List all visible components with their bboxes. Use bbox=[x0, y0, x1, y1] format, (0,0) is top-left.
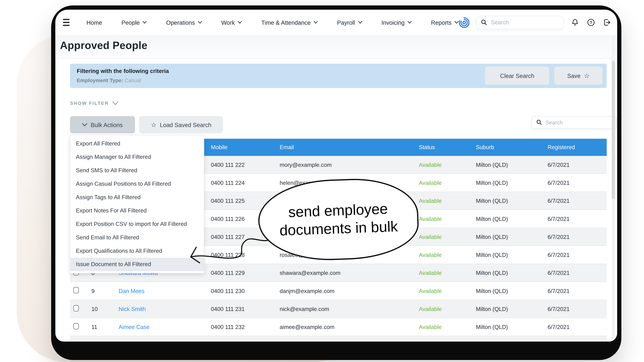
top-navbar: Home People bbox=[55, 10, 617, 36]
row-checkbox[interactable] bbox=[74, 323, 79, 329]
registered-cell: 6/7/2021 bbox=[544, 270, 607, 276]
mobile-cell: 0400 111 224 bbox=[208, 180, 276, 186]
nav-item-label: Work bbox=[221, 19, 235, 26]
nav-item[interactable]: Home bbox=[86, 19, 102, 26]
clear-search-button[interactable]: Clear Search bbox=[485, 67, 549, 85]
email-cell: mory@example.com bbox=[276, 162, 416, 168]
content-card: Filtering with the following criteria Em… bbox=[56, 59, 616, 342]
mobile-cell: 0400 111 230 bbox=[208, 288, 276, 294]
row-checkbox[interactable] bbox=[74, 287, 79, 294]
nav-item-label: Time & Attendance bbox=[261, 19, 311, 26]
nav-item[interactable]: Payroll bbox=[337, 19, 362, 26]
header-status: Status bbox=[416, 144, 472, 150]
bulk-menu-item[interactable]: Send SMS to All Filtered bbox=[70, 164, 204, 177]
bulk-menu-item[interactable]: Send Email to All Filtered bbox=[70, 231, 204, 244]
scrollbar-thumb[interactable] bbox=[612, 61, 615, 199]
suburb-cell: Milton (QLD) bbox=[472, 270, 544, 276]
bulk-menu-item[interactable]: Assign Manager to All Filtered bbox=[70, 150, 204, 164]
person-name-link[interactable]: Nick Smith bbox=[118, 306, 146, 312]
criteria-value: Casual bbox=[124, 77, 141, 83]
nav-item[interactable]: Time & Attendance bbox=[261, 19, 318, 26]
chevron-down-icon bbox=[358, 21, 362, 24]
notifications-bell-icon[interactable] bbox=[570, 18, 579, 27]
bulk-menu-item[interactable]: Export Notes For All Filtered bbox=[70, 204, 204, 218]
email-cell: danjm@example.com bbox=[276, 288, 416, 294]
global-search-input[interactable] bbox=[491, 19, 550, 25]
bulk-menu-item[interactable]: Assign Casual Positions to All Filtered bbox=[70, 177, 204, 191]
registered-cell: 6/7/2021 bbox=[544, 234, 607, 240]
scrollbar-track[interactable] bbox=[612, 36, 615, 338]
mobile-cell: 0400 111 231 bbox=[208, 306, 276, 312]
registered-cell: 6/7/2021 bbox=[544, 252, 607, 258]
status-badge: Available bbox=[416, 252, 472, 258]
suburb-cell: Milton (QLD) bbox=[472, 198, 544, 204]
status-badge: Available bbox=[416, 234, 472, 240]
logout-icon[interactable] bbox=[602, 18, 611, 27]
nav-item[interactable]: People bbox=[122, 19, 147, 26]
suburb-cell: Milton (QLD) bbox=[472, 162, 544, 168]
nav-item-label: Payroll bbox=[337, 19, 355, 26]
bulk-menu-item[interactable]: Assign Tags to All Filtered bbox=[70, 191, 204, 204]
registered-cell: 6/7/2021 bbox=[544, 216, 607, 222]
suburb-cell: Milton (QLD) bbox=[472, 252, 544, 258]
help-icon[interactable]: ? bbox=[586, 18, 595, 27]
status-badge: Available bbox=[416, 288, 472, 294]
table-row: 10 Nick Smith 0400 111 231 nick@example.… bbox=[70, 300, 607, 318]
chevron-down-icon bbox=[142, 21, 147, 24]
status-badge: Available bbox=[416, 180, 472, 186]
status-badge: Available bbox=[416, 198, 472, 204]
nav-item-label: Home bbox=[86, 19, 102, 26]
row-checkbox[interactable] bbox=[74, 305, 79, 312]
registered-cell: 6/7/2021 bbox=[544, 324, 607, 330]
person-name-link[interactable]: Aimee Case bbox=[118, 324, 150, 330]
suburb-cell: Milton (QLD) bbox=[472, 324, 544, 330]
save-search-button[interactable]: Save ☆ bbox=[554, 67, 602, 85]
hamburger-menu-icon[interactable] bbox=[63, 19, 70, 26]
nav-item-label: People bbox=[122, 19, 140, 26]
nav-item[interactable]: Work bbox=[221, 19, 242, 26]
filter-banner-title: Filtering with the following criteria bbox=[77, 68, 169, 74]
nav-item[interactable]: Reports bbox=[431, 19, 459, 26]
header-mobile: Mobile bbox=[208, 144, 276, 150]
bulk-menu-item[interactable]: Export All Filtered bbox=[70, 137, 204, 150]
filter-criteria-banner: Filtering with the following criteria Em… bbox=[70, 64, 607, 88]
load-saved-search-label: Load Saved Search bbox=[160, 121, 212, 128]
registered-cell: 6/7/2021 bbox=[544, 306, 607, 312]
search-icon bbox=[536, 119, 542, 125]
page-title: Approved People bbox=[60, 39, 148, 51]
save-label: Save bbox=[567, 72, 581, 79]
suburb-cell: Milton (QLD) bbox=[472, 306, 544, 312]
suburb-cell: Milton (QLD) bbox=[472, 216, 544, 222]
bulk-actions-menu: Export All Filtered Assign Manager to Al… bbox=[70, 135, 204, 273]
nav-items: Home People bbox=[86, 19, 459, 26]
status-badge: Available bbox=[416, 162, 472, 168]
load-saved-search-button[interactable]: ☆ Load Saved Search bbox=[139, 116, 223, 133]
show-filter-toggle[interactable]: SHOW FILTER bbox=[70, 101, 118, 106]
row-number: 10 bbox=[88, 306, 115, 312]
email-cell: shawara@example.com bbox=[276, 270, 416, 276]
heading-band: Approved People bbox=[55, 36, 617, 59]
nav-item[interactable]: Operations bbox=[166, 19, 202, 26]
nav-item[interactable]: Invoicing bbox=[382, 19, 412, 26]
header-registered: Registered bbox=[544, 144, 607, 150]
bulk-actions-button[interactable]: Bulk Actions bbox=[70, 116, 135, 133]
app-window: Home People bbox=[55, 10, 617, 342]
bulk-menu-item[interactable]: Issue Document to All Filtered bbox=[70, 258, 204, 271]
suburb-cell: Milton (QLD) bbox=[472, 288, 544, 294]
criteria-label: Employment Type: bbox=[77, 77, 123, 83]
bulk-menu-item[interactable]: Export Qualifications to All Filtered bbox=[70, 244, 204, 258]
search-icon bbox=[481, 19, 487, 25]
header-email: Email bbox=[276, 144, 416, 150]
chevron-down-icon bbox=[408, 21, 412, 24]
registered-cell: 6/7/2021 bbox=[544, 162, 607, 168]
bulk-menu-item[interactable]: Export Position CSV to import for All Fi… bbox=[70, 218, 204, 231]
nav-item-label: Operations bbox=[166, 19, 195, 26]
filter-criteria: Employment Type: Casual bbox=[77, 77, 141, 83]
chevron-down-icon bbox=[314, 21, 318, 24]
row-number: 9 bbox=[88, 288, 115, 294]
person-name-link[interactable]: Dan Mees bbox=[118, 288, 144, 294]
row-number: 11 bbox=[88, 324, 115, 330]
table-search-input[interactable] bbox=[546, 119, 608, 126]
brand-logo-icon[interactable] bbox=[459, 17, 470, 28]
suburb-cell: Milton (QLD) bbox=[472, 234, 544, 240]
